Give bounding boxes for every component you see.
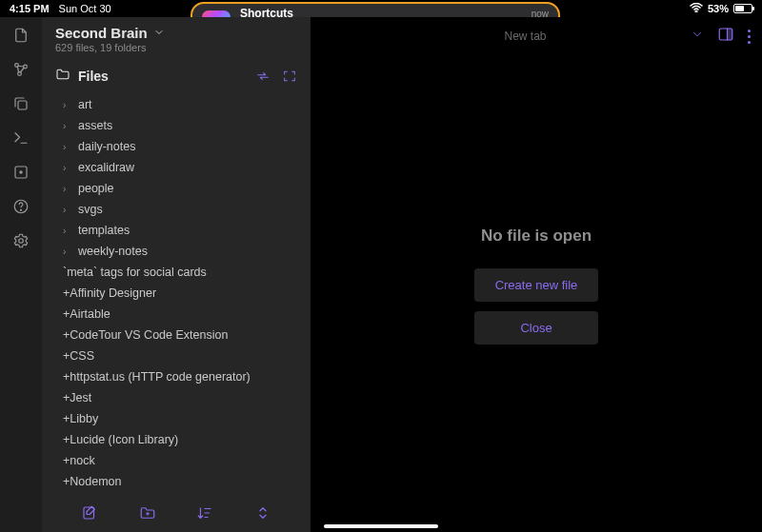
tree-file[interactable]: +httpstat.us (HTTP code generator) xyxy=(42,366,311,387)
tree-folder[interactable]: ›art xyxy=(42,94,311,115)
copy-icon[interactable] xyxy=(12,95,30,112)
expand-icon[interactable] xyxy=(282,69,297,84)
folder-label: art xyxy=(78,98,92,111)
chevron-right-icon: › xyxy=(63,226,72,236)
folder-label: templates xyxy=(78,224,130,237)
new-note-icon[interactable] xyxy=(81,504,98,522)
vault-name: Second Brain xyxy=(55,25,148,41)
sort-icon[interactable] xyxy=(196,504,213,522)
tree-folder[interactable]: ›weekly-notes xyxy=(42,241,311,262)
files-pane-title: Files xyxy=(55,67,109,85)
tab-title[interactable]: New tab xyxy=(360,30,691,43)
file-label: +nock xyxy=(63,454,95,467)
tree-folder[interactable]: ›daily-notes xyxy=(42,136,311,157)
svg-rect-4 xyxy=(18,101,27,109)
main-pane: New tab No file is open Create new file … xyxy=(311,17,762,532)
tree-folder[interactable]: ›people xyxy=(42,178,311,199)
file-label: +Libby xyxy=(63,412,98,425)
sidebar-toolbar xyxy=(42,494,311,532)
file-label: +httpstat.us (HTTP code generator) xyxy=(63,370,251,384)
status-time: 4:15 PM xyxy=(10,3,50,14)
close-button[interactable]: Close xyxy=(474,311,598,345)
tree-file[interactable]: +Airtable xyxy=(42,304,311,325)
folder-label: people xyxy=(78,182,114,195)
collapse-icon[interactable] xyxy=(254,504,271,522)
tree-file[interactable]: +Lucide (Icon Library) xyxy=(42,429,311,450)
chevron-right-icon: › xyxy=(63,121,72,131)
chevron-right-icon: › xyxy=(63,184,72,194)
wifi-icon xyxy=(690,3,703,14)
chevron-right-icon: › xyxy=(63,205,72,215)
battery-icon xyxy=(733,4,752,13)
tree-file[interactable]: `meta` tags for social cards xyxy=(42,262,311,283)
folder-label: excalidraw xyxy=(78,161,134,174)
sidebar-right-icon[interactable] xyxy=(717,26,734,47)
help-icon[interactable] xyxy=(12,198,30,215)
chevron-right-icon: › xyxy=(63,142,72,152)
tree-folder[interactable]: ›excalidraw xyxy=(42,157,311,178)
file-label: +Jest xyxy=(63,391,91,404)
tree-file[interactable]: +Libby xyxy=(42,408,311,429)
svg-point-9 xyxy=(19,239,24,244)
folder-icon xyxy=(55,67,70,85)
tree-file[interactable]: +Affinity Designer xyxy=(42,283,311,304)
vault-stats: 629 files, 19 folders xyxy=(55,42,297,53)
sync-icon[interactable] xyxy=(255,69,271,84)
tree-file[interactable]: +Jest xyxy=(42,387,311,408)
file-label: +Lucide (Icon Library) xyxy=(63,433,178,446)
home-indicator[interactable] xyxy=(324,524,438,528)
vault-switcher[interactable]: Second Brain xyxy=(55,25,297,41)
status-date: Sun Oct 30 xyxy=(59,3,111,14)
svg-point-6 xyxy=(20,171,22,173)
chevron-right-icon: › xyxy=(63,163,72,173)
more-menu-icon[interactable] xyxy=(748,30,751,44)
battery-percent: 53% xyxy=(708,3,729,14)
terminal-icon[interactable] xyxy=(12,129,30,147)
tree-file[interactable]: +nock xyxy=(42,450,311,471)
folder-label: daily-notes xyxy=(78,140,135,153)
create-new-file-button[interactable]: Create new file xyxy=(474,268,599,302)
file-label: +Airtable xyxy=(63,307,110,321)
svg-point-0 xyxy=(695,10,697,12)
file-label: +Affinity Designer xyxy=(63,286,156,300)
tree-folder[interactable]: ›svgs xyxy=(42,199,311,220)
settings-icon[interactable] xyxy=(12,232,30,249)
tree-file[interactable]: +CSS xyxy=(42,345,311,366)
tree-file[interactable]: +Nodemon xyxy=(42,471,311,492)
ribbon xyxy=(0,17,42,532)
file-label: +Nodemon xyxy=(63,475,122,488)
sidebar: Second Brain 629 files, 19 folders Files… xyxy=(42,17,311,532)
chevron-down-icon[interactable] xyxy=(691,28,704,45)
file-label: +CodeTour VS Code Extension xyxy=(63,328,228,342)
chevron-down-icon xyxy=(153,25,165,41)
tree-file[interactable]: +CodeTour VS Code Extension xyxy=(42,325,311,345)
svg-point-8 xyxy=(20,209,21,210)
file-icon[interactable] xyxy=(12,27,30,44)
chevron-right-icon: › xyxy=(63,100,72,110)
file-label: `meta` tags for social cards xyxy=(63,266,207,279)
file-label: +CSS xyxy=(63,349,94,363)
chevron-right-icon: › xyxy=(63,246,72,257)
svg-rect-12 xyxy=(728,29,732,40)
graph-icon[interactable] xyxy=(12,61,30,78)
new-folder-icon[interactable] xyxy=(139,504,156,522)
folder-label: assets xyxy=(78,119,112,132)
folder-label: svgs xyxy=(78,203,103,216)
folder-label: weekly-notes xyxy=(78,245,148,258)
tree-folder[interactable]: ›assets xyxy=(42,115,311,136)
empty-heading: No file is open xyxy=(481,227,592,246)
tree-folder[interactable]: ›templates xyxy=(42,220,311,241)
file-tree: ›art›assets›daily-notes›excalidraw›peopl… xyxy=(42,90,311,532)
template-icon[interactable] xyxy=(12,164,30,181)
